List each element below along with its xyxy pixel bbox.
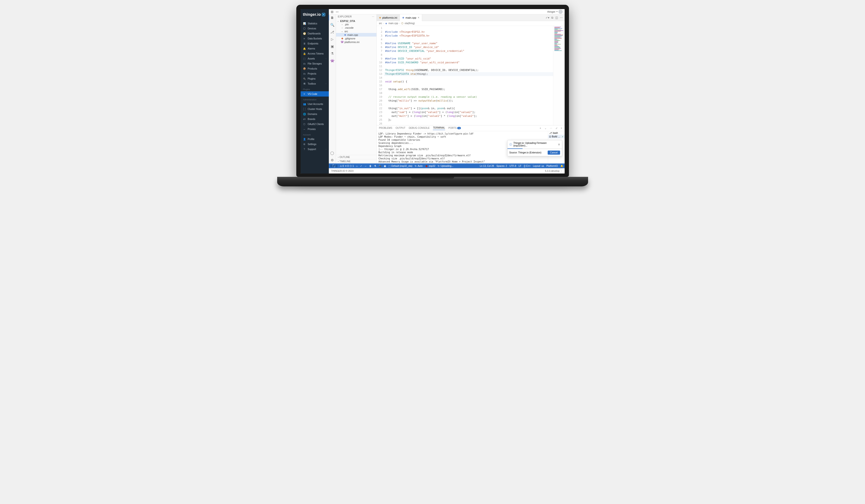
panel-tab-output[interactable]: OUTPUT [395, 127, 405, 130]
more-icon[interactable]: ⋯ [372, 15, 374, 18]
encoding[interactable]: UTF-8 [509, 165, 516, 167]
user-menu[interactable]: thinger▾ [547, 10, 563, 14]
split-icon[interactable]: ◫ [555, 16, 558, 19]
close-icon[interactable]: × [418, 16, 419, 19]
nav-dashboards[interactable]: 🧭Dashboards [301, 31, 329, 36]
timeline-section[interactable]: ›TIMELINE [336, 159, 377, 163]
run-check-icon[interactable]: ✓▾ [545, 16, 549, 19]
pio-test-icon[interactable]: ⚗ [374, 165, 376, 167]
nav-projects[interactable]: 🗀Projects [301, 71, 329, 76]
panel-tab-ports[interactable]: PORTS1 [448, 127, 461, 130]
compare-icon[interactable]: ⧉ [551, 16, 553, 19]
test-icon[interactable]: ⚗ [330, 51, 334, 56]
nav-brands[interactable]: 🏷Brands [301, 117, 329, 122]
status-bar: ⎾⏌ ⚠ 0 ✕ 0 ⬡ 1 ⌂ ✓ → 🗑 ⚗ 🔌 ▣ ⬚ Default (… [329, 163, 565, 168]
cursor-pos[interactable]: Ln 13, Col 28 [480, 165, 494, 167]
tree--vscode[interactable]: ›.vscode [336, 26, 377, 30]
breadcrumb[interactable]: src› ◈main.cpp› ⬡ota(thing) [377, 21, 565, 26]
bell-icon[interactable]: 🔔 [560, 165, 563, 167]
eol[interactable]: LF [519, 165, 522, 167]
cancel-button[interactable]: Cancel [547, 151, 560, 155]
panel-tab-terminal[interactable]: TERMINAL [433, 126, 445, 130]
nav-products[interactable]: 📦Products [301, 66, 329, 71]
pio-home-icon[interactable]: ⌂ [356, 165, 358, 167]
tree-main-cpp[interactable]: ◈main.cpp [336, 33, 377, 37]
scroll-top-icon[interactable]: ↑ [561, 170, 562, 172]
nav-user-accounts[interactable]: 👥User Accounts [301, 102, 329, 107]
term-bash[interactable]: ⎇bash [548, 131, 565, 135]
search-icon[interactable]: 🔍 [330, 23, 334, 27]
nav-proxies[interactable]: ↔Proxies [301, 127, 329, 132]
tree--pio[interactable]: ›.pio [336, 23, 377, 26]
debug-icon[interactable]: ▷ [330, 37, 334, 41]
close-panel-icon[interactable]: × [561, 127, 562, 130]
tab-bar: ◈platformio.ini◈main.cpp× ✓▾ ⧉ ◫ ⋯ [377, 14, 565, 21]
explorer-header: EXPLORER ⋯ [336, 14, 377, 19]
tree-platformio-ini[interactable]: 👾platformio.ini [336, 40, 377, 44]
nav-profile[interactable]: 👤Profile [301, 137, 329, 142]
pio-build-icon[interactable]: ✓ [360, 165, 362, 167]
nav-access-tokens[interactable]: 🔒Access Tokens [301, 51, 329, 56]
more-icon[interactable]: ⋯ [550, 127, 552, 130]
lang[interactable]: {} C++ [524, 165, 530, 167]
indent[interactable]: Spaces: 2 [496, 165, 507, 167]
source-control-icon[interactable]: ⎇ [330, 30, 334, 34]
user-icon: 👤 [303, 138, 306, 141]
nav-settings[interactable]: ⚙Settings [301, 142, 329, 147]
pio-terminal-icon[interactable]: ▣ [384, 165, 386, 167]
nav-statistics[interactable]: 📊Statistics [301, 21, 329, 26]
term-buildt[interactable]: ⊡Build T…✓ [548, 135, 565, 138]
panel-tab-debug-console[interactable]: DEBUG CONSOLE [409, 127, 429, 130]
tree-root[interactable]: ⌄ESP32_OTA [336, 19, 377, 23]
chart-icon: 📊 [303, 22, 306, 25]
platformio[interactable]: PlatformIO [546, 165, 558, 167]
nav-devices[interactable]: 🖵Devices [301, 26, 329, 31]
nav-data-buckets[interactable]: ≡Data Buckets [301, 36, 329, 41]
nav-assets[interactable]: ⬚Assets› [301, 56, 329, 61]
account-icon[interactable]: ◯ [330, 151, 334, 155]
nav-support[interactable]: ?Support› [301, 147, 329, 152]
folder-icon: 🗀 [303, 72, 306, 75]
pio-device[interactable]: 🐞 esp32 [425, 165, 435, 167]
pio-port[interactable]: ↻ Auto [415, 165, 423, 167]
tree-src[interactable]: ⌄src [336, 30, 377, 33]
outline-section[interactable]: ›OUTLINE [336, 155, 377, 159]
nav-file-storages[interactable]: 🗀File Storages [301, 61, 329, 66]
tree--gitignore[interactable]: ◆.gitignore [336, 37, 377, 40]
nav-oauth2-clients[interactable]: ⬡OAuth2 Clients [301, 122, 329, 127]
platformio-icon[interactable]: 👾 [330, 59, 334, 62]
status-uploading: ↻ Uploading... [438, 165, 453, 167]
nav-plugins[interactable]: 🔌Plugins [301, 76, 329, 81]
nav-domains[interactable]: 🌐Domains [301, 112, 329, 117]
nav-cluster-hosts[interactable]: ⛶Cluster Hosts [301, 107, 329, 112]
pio-monitor-icon[interactable]: 🔌 [379, 165, 381, 167]
layout-sidebar-icon[interactable]: ▤ [331, 10, 333, 13]
status-errors[interactable]: ⚠ 0 ✕ 0 ⬡ 1 [340, 165, 354, 167]
pio-upload-icon[interactable]: → [365, 165, 367, 167]
more-icon[interactable]: ⋯ [560, 16, 563, 19]
folder-icon[interactable]: ▭ [336, 10, 338, 13]
gear-icon[interactable]: ⚙ [558, 143, 560, 146]
maximize-icon[interactable]: ⤢ [555, 127, 557, 130]
plug-icon: 🔌 [303, 78, 306, 80]
layout[interactable]: Layout: us [533, 165, 544, 167]
panel-tabs: PROBLEMSOUTPUTDEBUG CONSOLETERMINALPORTS… [377, 126, 565, 131]
panel-tab-problems[interactable]: PROBLEMS [379, 127, 392, 130]
code-editor[interactable]: 1234567891011121314151617181920212223242… [377, 26, 565, 125]
extensions-icon[interactable]: ▣ [330, 45, 334, 48]
box-icon: 📦 [303, 67, 306, 70]
pio-clean-icon[interactable]: 🗑 [369, 165, 372, 167]
tab-main-cpp[interactable]: ◈main.cpp× [400, 14, 422, 21]
nav-endpoints[interactable]: ≣Endpoints [301, 41, 329, 46]
nav-vs-code[interactable]: ⟡VS Code [301, 91, 329, 96]
pio-env[interactable]: ⬚ Default (esp32_ota) [388, 165, 413, 167]
settings-icon[interactable]: ⚙ [330, 158, 334, 162]
tab-platformio-ini[interactable]: ◈platformio.ini [377, 14, 400, 21]
nav-toolbox[interactable]: 🛠Toolbox› [301, 81, 329, 86]
explorer-icon[interactable]: 🗎 [330, 16, 334, 20]
remote-icon[interactable]: ⎾⏌ [330, 165, 337, 167]
new-terminal-icon[interactable]: + [540, 127, 541, 130]
terminal-dropdown-icon[interactable]: ⌄ [544, 127, 546, 130]
minimap[interactable] [553, 26, 565, 125]
nav-alarms[interactable]: 🔔Alarms [301, 46, 329, 51]
